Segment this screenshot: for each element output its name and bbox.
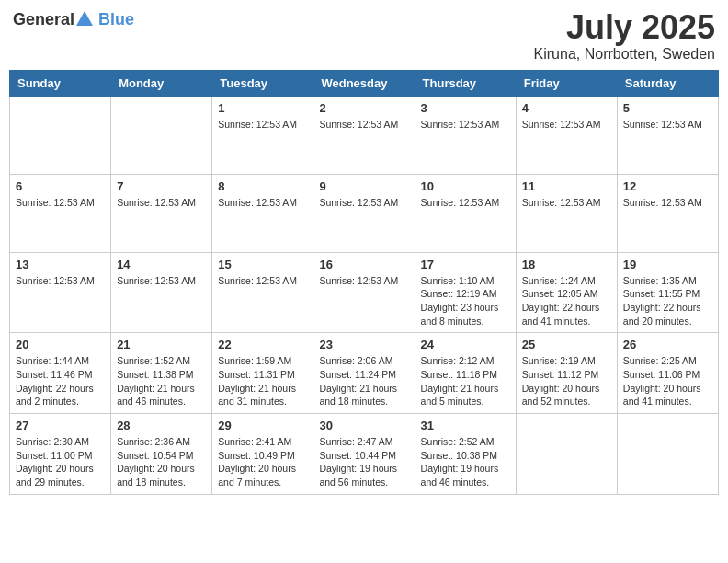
calendar-cell: 1Sunrise: 12:53 AM [212,96,313,174]
calendar-cell [516,414,617,495]
calendar-cell: 6Sunrise: 12:53 AM [10,174,111,252]
day-info: Sunrise: 12:53 AM [16,196,105,210]
weekday-header: Sunday [10,70,111,96]
calendar-cell: 31Sunrise: 2:52 AMSunset: 10:38 PMDaylig… [415,414,516,495]
calendar-week-row: 1Sunrise: 12:53 AM2Sunrise: 12:53 AM3Sun… [10,96,719,174]
day-info: Sunrise: 1:59 AMSunset: 11:31 PMDaylight… [218,354,307,408]
day-info: Sunrise: 12:53 AM [218,274,307,288]
day-info: Sunrise: 12:53 AM [522,196,611,210]
day-number: 26 [623,338,712,351]
day-number: 9 [319,179,408,193]
calendar-cell [10,96,111,174]
location: Kiruna, Norrbotten, Sweden [534,46,715,63]
svg-marker-0 [76,11,93,26]
day-number: 19 [623,258,712,271]
day-number: 20 [16,338,105,351]
day-info: Sunrise: 12:53 AM [522,118,611,132]
calendar-cell: 13Sunrise: 12:53 AM [10,252,111,333]
day-info: Sunrise: 2:06 AMSunset: 11:24 PMDaylight… [319,354,408,408]
calendar-cell: 23Sunrise: 2:06 AMSunset: 11:24 PMDaylig… [313,333,415,414]
day-number: 2 [319,101,408,115]
calendar-cell: 19Sunrise: 1:35 AMSunset: 11:55 PMDaylig… [617,252,718,333]
day-info: Sunrise: 12:53 AM [16,274,105,288]
day-info: Sunrise: 2:47 AMSunset: 10:44 PMDaylight… [319,435,408,489]
day-number: 31 [421,419,510,432]
logo-icon [74,9,95,29]
day-number: 6 [16,179,105,193]
day-number: 15 [218,258,307,271]
calendar-cell: 22Sunrise: 1:59 AMSunset: 11:31 PMDaylig… [212,333,313,414]
calendar-cell: 15Sunrise: 12:53 AM [212,252,313,333]
weekday-header: Tuesday [212,70,313,96]
day-number: 24 [421,338,510,351]
calendar-cell: 7Sunrise: 12:53 AM [111,174,212,252]
day-info: Sunrise: 1:35 AMSunset: 11:55 PMDaylight… [623,274,712,328]
day-number: 18 [522,258,611,271]
day-info: Sunrise: 12:53 AM [623,196,712,210]
calendar-week-row: 13Sunrise: 12:53 AM14Sunrise: 12:53 AM15… [10,252,719,333]
title-area: July 2025 Kiruna, Norrbotten, Sweden [534,9,715,63]
day-info: Sunrise: 1:52 AMSunset: 11:38 PMDaylight… [117,354,206,408]
day-number: 13 [16,258,105,271]
day-number: 12 [623,179,712,193]
calendar-week-row: 27Sunrise: 2:30 AMSunset: 11:00 PMDaylig… [10,414,719,495]
day-info: Sunrise: 1:10 AMSunset: 12:19 AMDaylight… [421,274,510,328]
calendar-cell: 9Sunrise: 12:53 AM [313,174,415,252]
day-number: 21 [117,338,206,351]
day-info: Sunrise: 2:41 AMSunset: 10:49 PMDaylight… [218,435,307,489]
calendar-week-row: 6Sunrise: 12:53 AM7Sunrise: 12:53 AM8Sun… [10,174,719,252]
calendar-cell: 30Sunrise: 2:47 AMSunset: 10:44 PMDaylig… [313,414,415,495]
calendar-cell: 24Sunrise: 2:12 AMSunset: 11:18 PMDaylig… [415,333,516,414]
day-info: Sunrise: 1:44 AMSunset: 11:46 PMDaylight… [16,354,105,408]
weekday-header: Thursday [415,70,516,96]
calendar-cell: 25Sunrise: 2:19 AMSunset: 11:12 PMDaylig… [516,333,617,414]
day-number: 14 [117,258,206,271]
day-number: 27 [16,419,105,432]
day-number: 22 [218,338,307,351]
day-number: 4 [522,101,611,115]
day-info: Sunrise: 12:53 AM [623,118,712,132]
calendar-header-row: SundayMondayTuesdayWednesdayThursdayFrid… [10,70,719,96]
month-year: July 2025 [534,9,715,46]
calendar-cell: 27Sunrise: 2:30 AMSunset: 11:00 PMDaylig… [10,414,111,495]
day-info: Sunrise: 2:12 AMSunset: 11:18 PMDaylight… [421,354,510,408]
day-number: 25 [522,338,611,351]
day-info: Sunrise: 12:53 AM [218,196,307,210]
day-info: Sunrise: 2:19 AMSunset: 11:12 PMDaylight… [522,354,611,408]
calendar-cell: 10Sunrise: 12:53 AM [415,174,516,252]
calendar-cell: 18Sunrise: 1:24 AMSunset: 12:05 AMDaylig… [516,252,617,333]
calendar-cell: 12Sunrise: 12:53 AM [617,174,718,252]
logo: General Blue [13,9,134,29]
calendar-cell: 17Sunrise: 1:10 AMSunset: 12:19 AMDaylig… [415,252,516,333]
calendar-cell: 20Sunrise: 1:44 AMSunset: 11:46 PMDaylig… [10,333,111,414]
calendar-cell: 3Sunrise: 12:53 AM [415,96,516,174]
day-number: 30 [319,419,408,432]
day-number: 10 [421,179,510,193]
day-info: Sunrise: 12:53 AM [117,274,206,288]
day-number: 8 [218,179,307,193]
calendar-cell: 29Sunrise: 2:41 AMSunset: 10:49 PMDaylig… [212,414,313,495]
day-info: Sunrise: 2:30 AMSunset: 11:00 PMDaylight… [16,435,105,489]
day-number: 29 [218,419,307,432]
day-number: 5 [623,101,712,115]
weekday-header: Friday [516,70,617,96]
day-info: Sunrise: 2:36 AMSunset: 10:54 PMDaylight… [117,435,206,489]
calendar-table: SundayMondayTuesdayWednesdayThursdayFrid… [9,70,719,495]
day-number: 17 [421,258,510,271]
day-number: 23 [319,338,408,351]
calendar-cell: 21Sunrise: 1:52 AMSunset: 11:38 PMDaylig… [111,333,212,414]
day-info: Sunrise: 12:53 AM [319,274,408,288]
day-info: Sunrise: 12:53 AM [421,118,510,132]
logo-text-general: General [13,10,74,29]
logo-text-blue: Blue [98,10,134,29]
calendar-cell: 11Sunrise: 12:53 AM [516,174,617,252]
day-number: 7 [117,179,206,193]
day-info: Sunrise: 12:53 AM [218,118,307,132]
weekday-header: Saturday [617,70,718,96]
weekday-header: Wednesday [313,70,415,96]
calendar-cell: 5Sunrise: 12:53 AM [617,96,718,174]
header: General Blue July 2025 Kiruna, Norrbotte… [9,9,719,63]
calendar-cell: 2Sunrise: 12:53 AM [313,96,415,174]
day-number: 16 [319,258,408,271]
day-info: Sunrise: 12:53 AM [421,196,510,210]
